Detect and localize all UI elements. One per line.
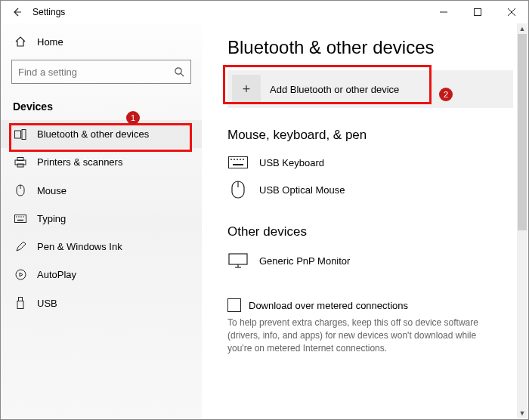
back-button[interactable]: [11, 7, 22, 17]
sidebar-section-header: Devices: [1, 88, 202, 120]
search-icon: [174, 66, 184, 77]
pen-icon: [14, 241, 26, 252]
page-title: Bluetooth & other devices: [227, 37, 513, 58]
sidebar-item-label: AutoPlay: [37, 269, 76, 280]
device-monitor[interactable]: Generic PnP Monitor: [227, 247, 513, 274]
sidebar-item-typing[interactable]: Typing: [1, 205, 202, 233]
svg-rect-1: [474, 9, 481, 16]
titlebar: Settings: [1, 1, 528, 23]
minimize-button[interactable]: [426, 1, 460, 23]
search-box[interactable]: [11, 60, 191, 84]
metered-help-text: To help prevent extra charges, keep this…: [227, 317, 500, 354]
scroll-down-icon[interactable]: ▼: [517, 408, 527, 418]
maximize-button[interactable]: [460, 1, 494, 23]
printer-icon: [14, 157, 26, 168]
home-label: Home: [37, 36, 63, 48]
mouse-icon: [14, 184, 26, 196]
keyboard-icon: [14, 215, 26, 223]
home-link[interactable]: Home: [1, 28, 202, 55]
close-button[interactable]: [494, 1, 528, 23]
sidebar-item-label: Mouse: [37, 185, 67, 196]
add-device-button[interactable]: + Add Bluetooth or other device: [227, 70, 513, 108]
svg-rect-21: [17, 301, 23, 309]
device-label: USB Keyboard: [259, 157, 324, 168]
scroll-up-icon[interactable]: ▲: [517, 23, 527, 34]
metered-checkbox-row[interactable]: Download over metered connections: [227, 298, 513, 312]
section-heading-other: Other devices: [227, 224, 513, 239]
vertical-scrollbar[interactable]: ▲ ▼: [517, 23, 527, 418]
add-device-label: Add Bluetooth or other device: [270, 84, 399, 95]
sidebar-item-pen[interactable]: Pen & Windows Ink: [1, 233, 202, 261]
sidebar-item-label: Bluetooth & other devices: [37, 128, 149, 140]
svg-rect-6: [15, 131, 21, 138]
device-label: Generic PnP Monitor: [259, 255, 350, 267]
sidebar-item-usb[interactable]: USB: [1, 289, 202, 317]
checkbox-icon[interactable]: [227, 298, 241, 312]
metered-label: Download over metered connections: [249, 300, 408, 311]
home-icon: [14, 36, 26, 48]
annotation-callout-1: 1: [126, 111, 140, 125]
devices-icon: [14, 129, 26, 140]
plus-icon: +: [232, 75, 261, 103]
sidebar-item-label: Typing: [37, 213, 66, 224]
device-mouse[interactable]: USB Optical Mouse: [227, 174, 513, 205]
svg-rect-13: [15, 215, 26, 223]
svg-rect-20: [19, 298, 23, 301]
svg-line-5: [181, 73, 184, 76]
main-content: Bluetooth & other devices + Add Bluetoot…: [202, 23, 528, 420]
autoplay-icon: [14, 269, 26, 280]
sidebar: Home Devices Bluetooth & other devices P…: [1, 23, 202, 420]
annotation-callout-2: 2: [439, 88, 453, 101]
sidebar-item-printers[interactable]: Printers & scanners: [1, 148, 202, 176]
search-input[interactable]: [18, 66, 174, 78]
device-keyboard[interactable]: USB Keyboard: [227, 150, 513, 174]
monitor-icon: [227, 253, 249, 268]
sidebar-item-bluetooth[interactable]: Bluetooth & other devices: [1, 120, 202, 148]
svg-rect-7: [22, 129, 26, 139]
sidebar-item-label: Printers & scanners: [37, 156, 122, 168]
usb-icon: [14, 297, 26, 309]
window-title: Settings: [32, 7, 65, 17]
svg-point-19: [16, 270, 26, 279]
sidebar-item-label: Pen & Windows Ink: [37, 241, 122, 252]
keyboard-icon: [227, 156, 249, 168]
svg-rect-31: [229, 254, 247, 264]
svg-rect-22: [229, 157, 248, 168]
mouse-icon: [227, 181, 249, 199]
sidebar-item-autoplay[interactable]: AutoPlay: [1, 261, 202, 289]
scroll-thumb[interactable]: [518, 34, 527, 230]
sidebar-item-label: USB: [37, 298, 57, 309]
sidebar-item-mouse[interactable]: Mouse: [1, 176, 202, 205]
svg-point-4: [175, 68, 181, 74]
device-label: USB Optical Mouse: [259, 184, 345, 196]
section-heading-mkp: Mouse, keyboard, & pen: [227, 128, 513, 143]
